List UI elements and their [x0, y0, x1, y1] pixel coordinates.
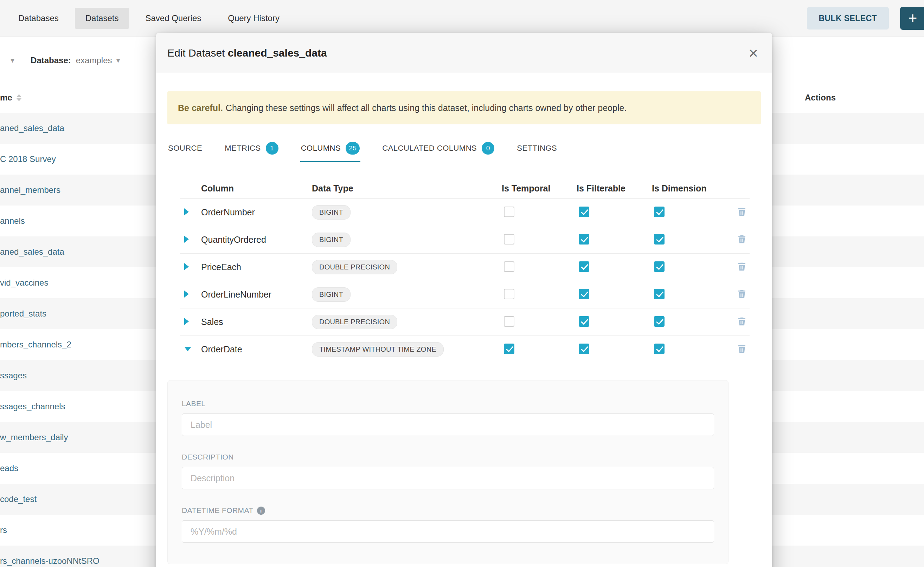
is-filterable-checkbox[interactable]	[579, 344, 589, 354]
is-filterable-checkbox[interactable]	[579, 289, 589, 299]
data-type-header: Data Type	[307, 183, 497, 194]
is-temporal-header: Is Temporal	[497, 183, 572, 194]
columns-table-header: Column Data Type Is Temporal Is Filterab…	[180, 178, 749, 199]
is-dimension-checkbox[interactable]	[654, 234, 665, 244]
database-filter-value[interactable]: examples	[76, 56, 112, 65]
column-name: OrderDate	[197, 344, 307, 354]
actions-column-header: Actions	[805, 93, 836, 103]
bulk-select-button[interactable]: BULK SELECT	[807, 7, 889, 30]
modal-header: Edit Dataset cleaned_sales_data ×	[156, 33, 772, 73]
add-dataset-button[interactable]: +	[900, 7, 924, 30]
column-row: OrderDate TIMESTAMP WITHOUT TIME ZONE	[180, 336, 749, 363]
description-field-label: DESCRIPTION	[182, 453, 234, 461]
chevron-down-icon[interactable]: ▾	[116, 56, 120, 65]
dataset-name-link[interactable]: ssages	[0, 370, 27, 381]
tab-metrics[interactable]: METRICS 1	[224, 136, 279, 162]
expand-caret-icon[interactable]	[184, 347, 191, 351]
is-temporal-checkbox[interactable]	[504, 207, 515, 217]
tab-settings[interactable]: SETTINGS	[516, 136, 558, 162]
chevron-down-icon[interactable]: ▾	[11, 56, 14, 65]
dataset-name-link[interactable]: annels	[0, 216, 25, 226]
delete-column-icon[interactable]	[737, 344, 747, 354]
modal-title-dataset-name: cleaned_sales_data	[228, 47, 327, 58]
dataset-name-link[interactable]: C 2018 Survey	[0, 154, 56, 164]
datetime-format-field: DATETIME FORMAT i	[182, 506, 714, 543]
is-dimension-checkbox[interactable]	[654, 261, 665, 272]
delete-column-icon[interactable]	[737, 289, 747, 299]
is-filterable-checkbox[interactable]	[579, 261, 589, 272]
dataset-name-link[interactable]: rs_channels-uzooNNtSRO	[0, 556, 99, 566]
nav-item-query-history[interactable]: Query History	[217, 8, 290, 29]
tab-label: SOURCE	[168, 144, 202, 153]
column-row: QuantityOrdered BIGINT	[180, 226, 749, 254]
column-editor-panel: LABEL DESCRIPTION DATETIME FORMAT i	[167, 380, 728, 564]
is-dimension-checkbox[interactable]	[654, 207, 665, 217]
delete-column-icon[interactable]	[737, 207, 747, 217]
nav-tabs: Databases Datasets Saved Queries Query H…	[8, 8, 296, 29]
label-input[interactable]	[182, 414, 714, 436]
is-dimension-checkbox[interactable]	[654, 316, 665, 327]
dataset-name-link[interactable]: ported_stats	[0, 309, 47, 319]
is-filterable-checkbox[interactable]	[579, 316, 589, 327]
is-dimension-header: Is Dimension	[647, 183, 732, 194]
expand-caret-icon[interactable]	[184, 318, 189, 325]
database-filter-label: Database:	[31, 56, 71, 65]
modal-title-prefix: Edit Dataset	[167, 47, 225, 58]
dataset-name-link[interactable]: aned_sales_data	[0, 247, 64, 257]
expand-caret-icon[interactable]	[184, 208, 189, 215]
is-temporal-checkbox[interactable]	[504, 316, 515, 327]
data-type-pill: BIGINT	[312, 205, 351, 220]
tab-columns[interactable]: COLUMNS 25	[300, 136, 361, 162]
name-column-header[interactable]: me	[0, 93, 21, 103]
is-dimension-checkbox[interactable]	[654, 344, 665, 354]
expand-caret-icon[interactable]	[184, 236, 189, 243]
data-type-pill: TIMESTAMP WITHOUT TIME ZONE	[312, 342, 444, 357]
column-name: OrderLineNumber	[197, 290, 307, 300]
dataset-name-link[interactable]: code_test	[0, 494, 36, 504]
calculated-columns-count-badge: 0	[482, 142, 494, 154]
tab-calculated-columns[interactable]: CALCULATED COLUMNS 0	[381, 136, 495, 162]
description-input[interactable]	[182, 467, 714, 489]
warning-text: Changing these settings will affect all …	[226, 103, 627, 113]
column-row: OrderNumber BIGINT	[180, 199, 749, 226]
label-field-label: LABEL	[182, 399, 205, 408]
dataset-name-link[interactable]: vid_vaccines	[0, 278, 48, 288]
datetime-format-field-label: DATETIME FORMAT	[182, 506, 253, 514]
tab-label: SETTINGS	[517, 144, 557, 153]
nav-item-datasets[interactable]: Datasets	[75, 8, 129, 29]
tab-source[interactable]: SOURCE	[167, 136, 203, 162]
nav-item-databases[interactable]: Databases	[8, 8, 69, 29]
is-temporal-checkbox[interactable]	[504, 234, 515, 244]
description-field: DESCRIPTION	[182, 453, 714, 489]
delete-column-icon[interactable]	[737, 234, 747, 244]
dataset-name-link[interactable]: eads	[0, 464, 18, 473]
info-icon[interactable]: i	[257, 507, 265, 514]
column-row: PriceEach DOUBLE PRECISION	[180, 254, 749, 281]
dataset-name-link[interactable]: w_members_daily	[0, 432, 68, 442]
is-dimension-checkbox[interactable]	[654, 289, 665, 299]
dataset-name-link[interactable]: mbers_channels_2	[0, 340, 71, 350]
is-temporal-checkbox[interactable]	[504, 344, 515, 354]
column-name: QuantityOrdered	[197, 235, 307, 245]
edit-dataset-modal: Edit Dataset cleaned_sales_data × Be car…	[156, 33, 772, 567]
is-temporal-checkbox[interactable]	[504, 261, 515, 272]
is-filterable-checkbox[interactable]	[579, 207, 589, 217]
close-icon[interactable]: ×	[749, 45, 758, 61]
sort-icon[interactable]	[17, 94, 21, 101]
dataset-name-link[interactable]: ssages_channels	[0, 402, 65, 411]
column-row: OrderLineNumber BIGINT	[180, 281, 749, 309]
delete-column-icon[interactable]	[737, 261, 747, 272]
dataset-name-link[interactable]: annel_members	[0, 185, 60, 195]
nav-item-saved-queries[interactable]: Saved Queries	[135, 8, 212, 29]
is-filterable-checkbox[interactable]	[579, 234, 589, 244]
expand-caret-icon[interactable]	[184, 263, 189, 270]
dataset-name-link[interactable]: aned_sales_data	[0, 123, 64, 133]
is-temporal-checkbox[interactable]	[504, 289, 515, 299]
datetime-format-input[interactable]	[182, 520, 714, 543]
dataset-name-link[interactable]: rs	[0, 525, 7, 535]
column-header: Column	[197, 183, 307, 194]
expand-caret-icon[interactable]	[184, 291, 189, 297]
nav-actions: BULK SELECT +	[807, 0, 924, 36]
delete-column-icon[interactable]	[737, 316, 747, 327]
columns-table-rows: OrderNumber BIGINT QuantityOrdered BIGIN…	[180, 199, 749, 363]
